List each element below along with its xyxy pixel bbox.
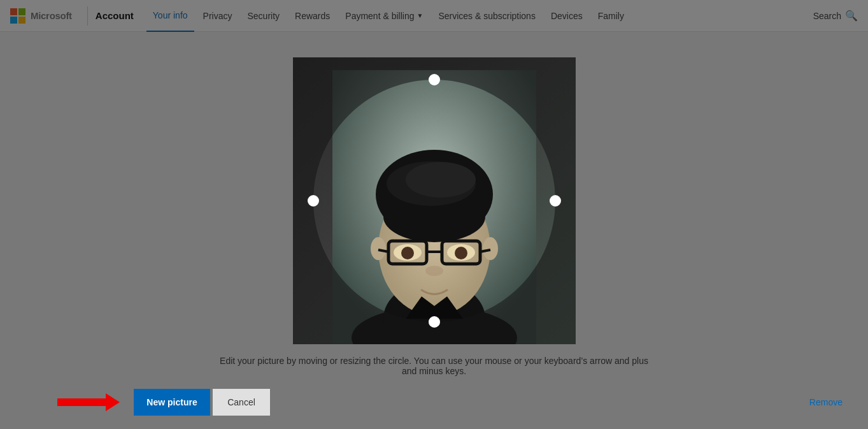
search-icon: 🔍 [845, 10, 858, 22]
image-crop-container[interactable] [293, 57, 576, 344]
header-divider [87, 6, 88, 25]
account-home-link[interactable]: Account [96, 10, 134, 21]
nav-item-security[interactable]: Security [241, 0, 286, 32]
arrow-body [57, 398, 108, 406]
svg-point-14 [406, 162, 476, 198]
crop-handle-left[interactable] [308, 195, 319, 207]
svg-rect-2 [10, 17, 17, 24]
svg-point-26 [425, 266, 443, 276]
site-header: Microsoft Account Your info Privacy Secu… [0, 0, 868, 32]
chevron-down-icon: ▼ [416, 12, 423, 19]
nav-item-services-subscriptions[interactable]: Services & subscriptions [432, 0, 542, 32]
svg-rect-1 [18, 8, 25, 15]
nav-item-your-info[interactable]: Your info [146, 0, 194, 32]
search-area[interactable]: Search 🔍 [813, 10, 858, 22]
svg-point-16 [483, 237, 498, 260]
microsoft-wordmark: Microsoft [31, 10, 72, 21]
svg-point-15 [371, 237, 386, 260]
svg-point-24 [401, 247, 414, 259]
new-picture-button[interactable]: New picture [134, 389, 210, 416]
nav-item-rewards[interactable]: Rewards [288, 0, 336, 32]
microsoft-logo[interactable]: Microsoft [10, 8, 72, 24]
arrow-indicator [57, 398, 108, 406]
crop-handle-top[interactable] [429, 74, 440, 85]
action-bar: New picture Cancel Remove [13, 389, 855, 416]
nav-item-privacy[interactable]: Privacy [197, 0, 239, 32]
nav-item-family[interactable]: Family [592, 0, 630, 32]
instruction-text: Edit your picture by moving or resizing … [211, 356, 657, 376]
cancel-button[interactable]: Cancel [213, 389, 270, 416]
main-nav: Your info Privacy Security Rewards Payme… [146, 0, 813, 32]
main-content: Edit your picture by moving or resizing … [0, 32, 868, 429]
ms-logo-icon [10, 8, 25, 24]
remove-button[interactable]: Remove [809, 397, 855, 407]
nav-item-devices[interactable]: Devices [544, 0, 589, 32]
person-portrait [332, 70, 536, 344]
svg-point-25 [455, 247, 467, 259]
svg-rect-3 [18, 17, 25, 24]
crop-handle-right[interactable] [550, 195, 561, 207]
nav-item-payment-billing[interactable]: Payment & billing ▼ [339, 0, 429, 32]
search-label: Search [813, 11, 841, 21]
svg-rect-0 [10, 8, 17, 15]
crop-handle-bottom[interactable] [429, 316, 440, 328]
